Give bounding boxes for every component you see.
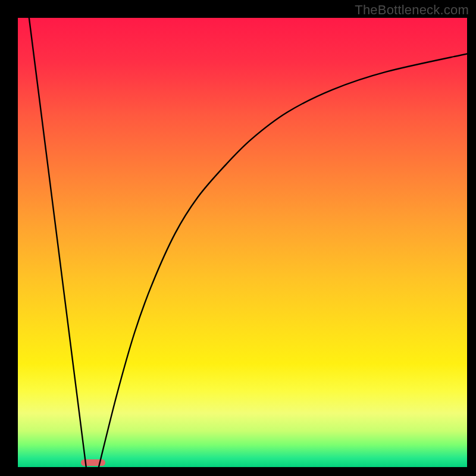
curve-left-branch bbox=[29, 18, 86, 467]
chart-frame: TheBottleneck.com bbox=[0, 0, 476, 476]
curve-right-branch bbox=[99, 54, 467, 467]
watermark-text: TheBottleneck.com bbox=[355, 2, 469, 18]
bottleneck-curve bbox=[18, 18, 467, 467]
plot-area bbox=[18, 18, 467, 467]
